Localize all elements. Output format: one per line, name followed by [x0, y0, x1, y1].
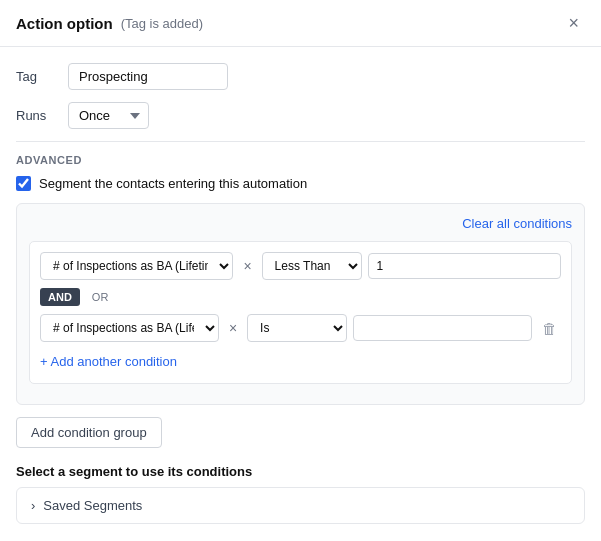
- runs-row: Runs Once Multiple: [16, 102, 585, 129]
- modal-body: Tag Runs Once Multiple ADVANCED Segment …: [0, 47, 601, 541]
- condition-2-value[interactable]: [353, 315, 532, 341]
- tag-input[interactable]: [68, 63, 228, 90]
- runs-label: Runs: [16, 108, 56, 123]
- condition-2-operator[interactable]: Is Less Than Is Not Greater Than: [247, 314, 347, 342]
- condition-1-field[interactable]: # of Inspections as BA (Lifetime): [40, 252, 233, 280]
- conditions-box: Clear all conditions # of Inspections as…: [16, 203, 585, 405]
- condition-1-value[interactable]: [368, 253, 561, 279]
- segment-section-title: Select a segment to use its conditions: [16, 464, 585, 479]
- clear-all-button[interactable]: Clear all conditions: [462, 216, 572, 231]
- tag-label: Tag: [16, 69, 56, 84]
- runs-select[interactable]: Once Multiple: [68, 102, 149, 129]
- condition-row-1: # of Inspections as BA (Lifetime) × Less…: [40, 252, 561, 280]
- add-condition-group-button[interactable]: Add condition group: [16, 417, 162, 448]
- condition-2-delete-button[interactable]: 🗑: [538, 318, 561, 339]
- chevron-right-icon: ›: [31, 498, 35, 513]
- logic-row: AND OR: [40, 288, 561, 306]
- condition-2-remove-button[interactable]: ×: [225, 318, 241, 338]
- and-button[interactable]: AND: [40, 288, 80, 306]
- segment-checkbox[interactable]: [16, 176, 31, 191]
- condition-group: # of Inspections as BA (Lifetime) × Less…: [29, 241, 572, 384]
- saved-segments-item[interactable]: › Saved Segments: [16, 487, 585, 524]
- header-left: Action option (Tag is added): [16, 15, 203, 32]
- or-button[interactable]: OR: [86, 288, 115, 306]
- saved-segments-label: Saved Segments: [43, 498, 142, 513]
- modal-title: Action option: [16, 15, 113, 32]
- condition-2-field[interactable]: # of Inspections as BA (Lifetime): [40, 314, 219, 342]
- add-condition-button[interactable]: + Add another condition: [40, 350, 177, 373]
- segment-section: Select a segment to use its conditions ›…: [16, 464, 585, 524]
- divider: [16, 141, 585, 142]
- modal-header: Action option (Tag is added) ×: [0, 0, 601, 47]
- condition-1-remove-button[interactable]: ×: [239, 256, 255, 276]
- clear-all-row: Clear all conditions: [29, 216, 572, 231]
- modal-subtitle: (Tag is added): [121, 16, 203, 31]
- segment-checkbox-label: Segment the contacts entering this autom…: [39, 176, 307, 191]
- condition-1-operator[interactable]: Less Than Is Is Not Greater Than: [262, 252, 362, 280]
- close-button[interactable]: ×: [562, 12, 585, 34]
- tag-row: Tag: [16, 63, 585, 90]
- advanced-label: ADVANCED: [16, 154, 585, 166]
- modal: Action option (Tag is added) × Tag Runs …: [0, 0, 601, 541]
- condition-row-2: # of Inspections as BA (Lifetime) × Is L…: [40, 314, 561, 342]
- segment-checkbox-row: Segment the contacts entering this autom…: [16, 176, 585, 191]
